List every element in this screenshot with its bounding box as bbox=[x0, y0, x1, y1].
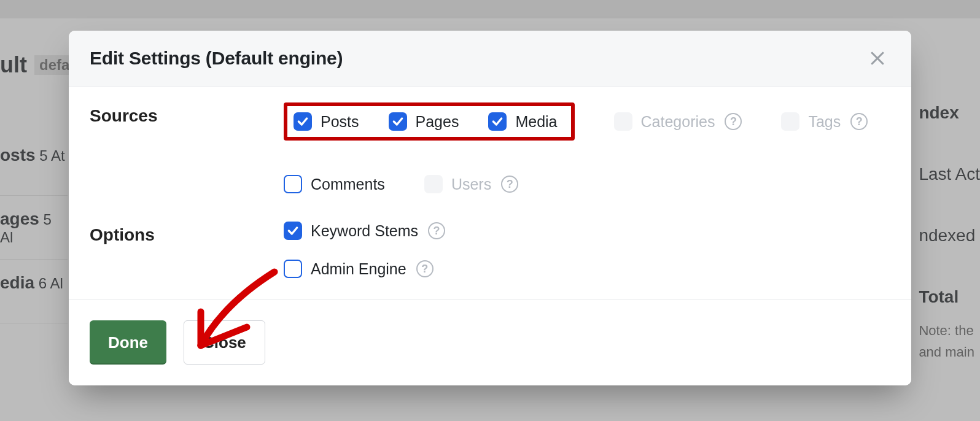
options-label: Options bbox=[90, 222, 284, 245]
source-tags-checkbox: Tags ? bbox=[781, 112, 868, 131]
modal-title: Edit Settings (Default engine) bbox=[90, 48, 343, 69]
modal-overlay[interactable]: Edit Settings (Default engine) Sources P… bbox=[0, 0, 980, 421]
checkbox-label: Comments bbox=[311, 176, 385, 193]
options-controls: Keyword Stems ? Admin Engine ? bbox=[284, 222, 890, 278]
empty-checkbox-icon bbox=[614, 112, 632, 131]
help-icon[interactable]: ? bbox=[428, 222, 445, 239]
checkmark-icon bbox=[294, 112, 312, 131]
source-pages-checkbox[interactable]: Pages bbox=[389, 112, 459, 131]
checkbox-label: Tags bbox=[808, 113, 841, 131]
source-posts-checkbox[interactable]: Posts bbox=[294, 112, 359, 131]
close-icon[interactable] bbox=[868, 49, 887, 68]
help-icon[interactable]: ? bbox=[416, 260, 434, 277]
empty-checkbox-icon bbox=[284, 175, 302, 193]
sources-label: Sources bbox=[90, 102, 284, 126]
modal-header: Edit Settings (Default engine) bbox=[69, 31, 911, 87]
checkbox-label: Admin Engine bbox=[311, 260, 406, 278]
help-icon[interactable]: ? bbox=[725, 113, 742, 130]
source-categories-checkbox: Categories ? bbox=[614, 112, 742, 131]
source-media-checkbox[interactable]: Media bbox=[488, 112, 557, 131]
modal-body: Sources Posts Pages Media bbox=[69, 87, 911, 299]
checkbox-label: Users bbox=[451, 176, 491, 193]
checkbox-label: Media bbox=[515, 113, 557, 131]
edit-settings-modal: Edit Settings (Default engine) Sources P… bbox=[69, 31, 911, 385]
checkbox-label: Keyword Stems bbox=[311, 222, 418, 240]
checkbox-label: Categories bbox=[641, 113, 715, 131]
close-button[interactable]: Close bbox=[184, 320, 265, 365]
help-icon[interactable]: ? bbox=[501, 176, 518, 193]
source-comments-checkbox[interactable]: Comments bbox=[284, 175, 385, 193]
empty-checkbox-icon bbox=[781, 112, 799, 131]
checkmark-icon bbox=[284, 222, 302, 240]
option-keyword-stems-checkbox[interactable]: Keyword Stems ? bbox=[284, 222, 445, 240]
checkmark-icon bbox=[389, 112, 407, 131]
source-users-checkbox: Users ? bbox=[424, 175, 518, 193]
checkbox-label: Posts bbox=[321, 113, 359, 131]
modal-footer: Done Close bbox=[69, 299, 911, 385]
highlighted-sources-group: Posts Pages Media bbox=[284, 102, 575, 141]
sources-controls: Posts Pages Media Categories bbox=[284, 102, 890, 193]
checkmark-icon bbox=[488, 112, 507, 131]
done-button[interactable]: Done bbox=[90, 320, 166, 365]
empty-checkbox-icon bbox=[284, 260, 302, 278]
help-icon[interactable]: ? bbox=[850, 113, 868, 130]
checkbox-label: Pages bbox=[416, 113, 459, 131]
option-admin-engine-checkbox[interactable]: Admin Engine ? bbox=[284, 260, 434, 278]
empty-checkbox-icon bbox=[424, 175, 443, 193]
